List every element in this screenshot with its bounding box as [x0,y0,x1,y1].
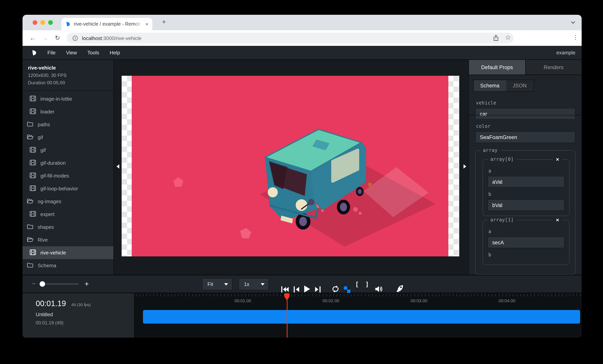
url-host: localhost [82,35,102,41]
collapse-left-panel-icon[interactable] [116,164,120,169]
sidebar-item-loader[interactable]: loader [23,105,114,118]
ruler-tick [556,294,556,296]
tab-renders[interactable]: Renders [525,60,582,75]
ruler-tick [372,294,372,296]
sidebar-item-gif[interactable]: gif [23,131,114,144]
maximize-window-button[interactable] [48,20,53,25]
ruler-tick [238,294,239,296]
ruler-tick [577,294,577,296]
ruler-tick [566,294,566,296]
ruler-tick [545,294,545,296]
sidebar-item-gif-loop-behavior[interactable]: gif-loop-behavior [23,182,114,195]
sidebar-item-label: gif [40,147,46,153]
ruler-tick [185,294,186,296]
site-info-icon[interactable] [72,35,78,41]
sidebar-item-og-images[interactable]: og-images [23,195,114,208]
array-field-label-b: b [488,192,565,197]
share-icon[interactable] [493,34,499,42]
back-button[interactable]: ← [28,34,37,42]
minimize-window-button[interactable] [40,20,45,25]
array-field-input-a[interactable]: secA [487,237,565,248]
menu-item-tools[interactable]: Tools [87,50,99,56]
ruler-tick [460,294,461,296]
set-in-point-icon[interactable]: [ [355,275,359,293]
timeline-track-bar[interactable] [143,310,580,324]
ruler-tick [488,294,489,296]
ruler-tick [492,294,492,296]
array-field-input-a[interactable]: aVal [487,176,565,188]
sidebar-item-gif-duration[interactable]: gif-duration [23,157,114,169]
remove-array-item-icon[interactable]: × [553,217,562,223]
playback-speed-select[interactable]: 1x [239,278,269,290]
toggle-json[interactable]: JSON [506,80,533,91]
composition-list: image-in-lottieloaderpathsgifgifgif-dura… [23,91,114,272]
sidebar-item-rive[interactable]: Rive [23,233,114,246]
ruler-tick [439,294,440,296]
fit-select[interactable]: Fit [202,278,232,290]
zoom-out-button[interactable]: − [32,275,36,293]
browser-menu-icon[interactable]: ⋮ [573,34,579,41]
sidebar-item-label: gif-fill-modes [40,173,69,179]
ruler-tick [457,294,457,296]
props-panel-tabs: Default Props Renders [469,60,582,75]
sidebar-item-rive-vehicle[interactable]: rive-vehicle [23,246,114,259]
sidebar-item-image-in-lottie[interactable]: image-in-lottie [23,92,114,105]
browser-toolbar: ← → ↻ localhost:3000/rive-vehicle ☆ ⋮ [23,30,582,46]
zoom-slider[interactable] [40,283,79,285]
menu-item-help[interactable]: Help [110,50,120,56]
array-label: array [480,148,500,153]
ruler-tick [400,294,401,296]
ruler-tick [256,294,256,296]
ruler-tick [351,294,351,296]
film-icon [30,159,36,167]
props-panel-content: Schema JSON vehiclecarcolorSeaFoamGreen … [469,75,582,275]
close-window-button[interactable] [33,20,37,25]
bookmark-star-icon[interactable]: ☆ [505,34,511,42]
array-field-input-b[interactable]: bVal [487,199,565,211]
remove-array-item-icon[interactable]: × [553,156,562,162]
composition-duration: Duration 00:05.00 [28,80,114,85]
sidebar-item-shapes[interactable]: shapes [23,221,114,233]
film-icon [30,146,36,154]
collapse-right-panel-icon[interactable] [463,164,467,169]
sidebar-item-schema[interactable]: Schema [23,259,114,272]
forward-button[interactable]: → [40,34,50,42]
player-toolbar: − + Fit 1x [ ] [23,275,582,293]
tab-default-props[interactable]: Default Props [469,60,525,75]
playhead[interactable] [284,293,290,338]
tab-close-icon[interactable]: × [145,21,148,27]
sidebar-item-gif[interactable]: gif [23,144,114,157]
zoom-in-button[interactable]: + [85,275,89,293]
new-tab-button[interactable]: + [159,18,169,26]
ruler-tick [411,294,411,296]
url-text[interactable]: localhost:3000/rive-vehicle [82,35,141,41]
ruler-tick [517,294,517,296]
ruler-tick [569,294,570,296]
toggle-schema[interactable]: Schema [474,80,506,91]
ruler-tick [302,294,302,296]
sidebar-item-expert[interactable]: expert [23,208,114,221]
track-name[interactable]: Untitled [36,312,134,317]
ruler-tick [164,294,164,296]
set-out-point-icon[interactable]: ] [365,275,369,293]
ruler-tick [442,294,443,296]
sidebar-item-gif-fill-modes[interactable]: gif-fill-modes [23,169,114,182]
current-time: 00:01.19 [36,299,66,308]
ruler-tick [182,294,182,296]
sidebar-item-label: gif [38,134,43,140]
browser-tab[interactable]: rive-vehicle / example - Remoti × [61,18,152,30]
ruler-tick [506,294,506,296]
zoom-slider-knob[interactable] [40,281,45,287]
sidebar-item-label: loader [40,109,54,114]
address-bar[interactable]: localhost:3000/rive-vehicle ☆ [67,33,514,44]
sidebar-item-paths[interactable]: paths [23,118,114,131]
main-area: rive-vehicle 1200x630, 30 FPS Duration 0… [23,60,582,275]
prop-input-vehicle[interactable]: car [475,108,575,120]
ruler-tick [161,294,161,296]
reload-button[interactable]: ↻ [53,34,62,42]
menu-item-view[interactable]: View [66,50,77,56]
chevron-down-icon[interactable] [571,20,575,25]
prop-input-color[interactable]: SeaFoamGreen [475,131,575,143]
menu-item-file[interactable]: File [47,50,56,56]
timeline-tracks-area[interactable]: 00:01.0000:02.0000:03.0000:04.00 [135,293,582,338]
